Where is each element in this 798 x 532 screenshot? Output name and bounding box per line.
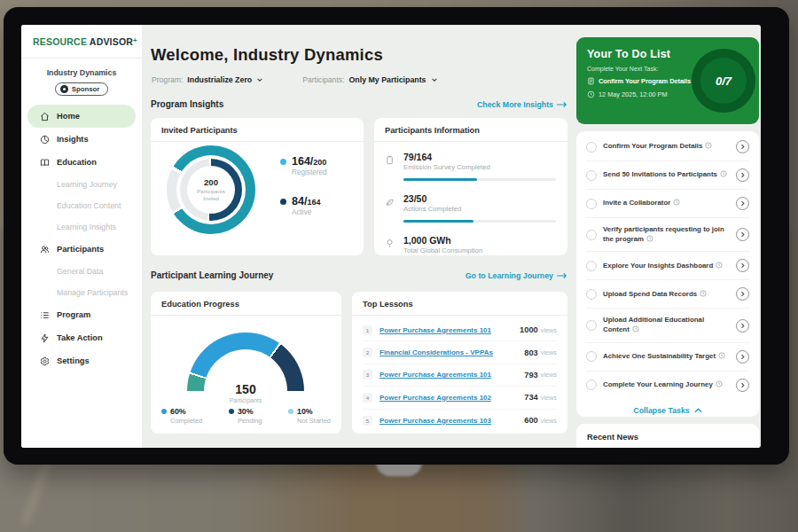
todo-item-achieve-one-sustainability-target[interactable]: Achieve One Sustainability Target: [586, 343, 749, 372]
program-filter[interactable]: Program: Industrialize Zero: [152, 75, 263, 84]
info-label: Emission Survey Completed: [403, 163, 557, 171]
survey-icon: [385, 152, 395, 181]
todo-checkbox[interactable]: [586, 320, 597, 331]
gauge-count: 150: [187, 382, 304, 396]
todo-item-chevron-button[interactable]: [736, 228, 749, 241]
gauge-legend: 60% Completed30% Pending10% Not Started: [161, 407, 331, 425]
info-row-total-global-consumption: 1,000 GWh Total Global Consumption: [385, 235, 557, 254]
sidebar-item-insights[interactable]: Insights: [27, 128, 136, 151]
legend-label: Pending: [238, 417, 262, 425]
check-more-insights-link[interactable]: Check More Insights: [477, 100, 567, 109]
lesson-rank: 4: [363, 393, 372, 403]
lesson-row-5: 5 Power Purchase Agreements 103 600 view…: [363, 410, 557, 432]
go-to-learning-journey-link[interactable]: Go to Learning Journey: [466, 271, 567, 280]
settings-icon: [40, 356, 50, 366]
todo-item-chevron-button[interactable]: [736, 379, 749, 392]
sidebar-item-education[interactable]: Education: [27, 151, 136, 174]
program-filter-label: Program:: [152, 75, 183, 84]
todo-item-verify-participants-requesting-to-join-the-program[interactable]: Verify participants requesting to join t…: [586, 218, 749, 252]
lesson-row-3: 3 Power Purchase Agreements 101 793 view…: [363, 364, 557, 387]
todo-item-send-50-invitations-to-participants[interactable]: Send 50 Invitations to Participants: [586, 161, 749, 190]
lesson-views-suffix: views: [541, 394, 557, 402]
invited-participants-title: Invited Participants: [151, 118, 364, 142]
collapse-tasks-label: Collapse Tasks: [633, 406, 689, 415]
education-progress-title: Education Progress: [151, 292, 341, 316]
top-lessons-rows: 1 Power Purchase Agreements 101 1000 vie…: [352, 316, 567, 432]
clock-icon: [716, 262, 723, 269]
legend-dot: [280, 159, 286, 165]
donut-legend: 164/200 Registered 84/164 Active: [280, 155, 327, 216]
right-panel: Your To Do List Complete Your Next Task:…: [576, 25, 759, 448]
lesson-rank: 1: [363, 325, 372, 335]
lesson-row-1: 1 Power Purchase Agreements 101 1000 vie…: [363, 319, 557, 341]
legend-value: 164/200: [292, 155, 327, 168]
lesson-views-suffix: views: [541, 417, 557, 425]
todo-list-card: Confirm Your Program Details Send 50 Inv…: [576, 131, 759, 417]
program-icon: [40, 310, 50, 320]
sidebar-item-label: Settings: [57, 356, 90, 365]
go-to-learning-journey-label: Go to Learning Journey: [466, 271, 553, 280]
todo-checkbox[interactable]: [586, 261, 597, 271]
sponsor-icon: [60, 85, 68, 93]
org-name: Industry Dynamics: [21, 68, 142, 77]
todo-item-chevron-button[interactable]: [736, 350, 749, 364]
chevron-up-icon: [694, 408, 702, 413]
todo-checkbox[interactable]: [586, 199, 597, 209]
sidebar-item-learning-insights[interactable]: Learning Insights: [21, 216, 142, 238]
sidebar-item-home[interactable]: Home: [27, 105, 136, 128]
program-insights-title: Program Insights: [151, 99, 223, 109]
program-filter-value: Industrialize Zero: [187, 75, 252, 84]
todo-item-upload-spend-data-records[interactable]: Upload Spend Data Records: [586, 280, 749, 309]
todo-item-upload-additional-educational-content[interactable]: Upload Additional Educational Content: [586, 309, 749, 342]
todo-item-explore-your-insights-dashboard[interactable]: Explore Your Insights Dashboard: [586, 252, 749, 280]
sidebar-item-education-content[interactable]: Education Content: [21, 195, 142, 216]
clock-icon: [700, 290, 707, 297]
todo-item-chevron-button[interactable]: [736, 259, 749, 272]
lesson-link[interactable]: Financial Considerations - VPPAs: [379, 348, 524, 356]
todo-item-chevron-button[interactable]: [736, 168, 749, 182]
sponsor-badge[interactable]: Sponsor: [55, 82, 109, 96]
todo-item-confirm-your-program-details[interactable]: Confirm Your Program Details: [586, 133, 749, 161]
todo-item-chevron-button[interactable]: [736, 140, 749, 153]
participants-information-title: Participants Information: [374, 118, 567, 142]
todo-checkbox[interactable]: [586, 351, 597, 362]
legend-dot: [161, 409, 167, 414]
todo-progress-circle: 0/7: [692, 49, 755, 113]
todo-item-chevron-button[interactable]: [736, 287, 749, 301]
sidebar-item-learning-journey[interactable]: Learning Journey: [21, 174, 142, 195]
lesson-views-count: 803: [524, 348, 538, 357]
lesson-link[interactable]: Power Purchase Agreements 101: [379, 371, 524, 379]
sidebar-item-participants[interactable]: Participants: [27, 238, 136, 261]
lesson-link[interactable]: Power Purchase Agreements 103: [379, 417, 524, 425]
participants-information-card: Participants Information 79/164 Emission…: [374, 118, 567, 255]
info-value: 1,000 GWh: [403, 235, 557, 246]
todo-checkbox[interactable]: [586, 379, 597, 390]
education-icon: [40, 158, 50, 168]
participants-info-rows: 79/164 Emission Survey Completed 23/50 A…: [374, 142, 567, 254]
lesson-rank: 2: [363, 348, 372, 357]
todo-item-label: Upload Additional Educational Content: [603, 316, 736, 334]
todo-item-chevron-button[interactable]: [736, 197, 749, 210]
todo-item-complete-your-learning-journey[interactable]: Complete Your Learning Journey: [586, 372, 749, 399]
invited-count-label: Participants Invited: [194, 189, 228, 202]
todo-checkbox[interactable]: [586, 170, 597, 181]
todo-checkbox[interactable]: [586, 289, 597, 300]
todo-item-invite-a-collaborator[interactable]: Invite a Collaborator: [586, 190, 749, 218]
sidebar-item-settings[interactable]: Settings: [27, 349, 136, 372]
lesson-link[interactable]: Power Purchase Agreements 102: [379, 394, 524, 402]
sidebar-item-program[interactable]: Program: [27, 303, 136, 326]
sidebar-item-manage-participants[interactable]: Manage Participants: [21, 282, 142, 303]
lesson-views-suffix: views: [541, 326, 557, 334]
participants-icon: [40, 245, 50, 254]
sidebar-item-general-data[interactable]: General Data: [21, 261, 142, 282]
todo-item-chevron-button[interactable]: [736, 319, 749, 332]
todo-checkbox[interactable]: [586, 142, 597, 153]
clock-icon: [716, 380, 723, 387]
participants-filter[interactable]: Participants: Only My Participants: [302, 75, 437, 84]
collapse-tasks-link[interactable]: Collapse Tasks: [586, 399, 749, 420]
todo-checkbox[interactable]: [586, 230, 597, 240]
sidebar-item-take-action[interactable]: Take Action: [27, 326, 136, 349]
lesson-link[interactable]: Power Purchase Agreements 101: [379, 326, 520, 334]
legend-label: Active: [292, 208, 320, 216]
clock-icon: [705, 142, 712, 149]
